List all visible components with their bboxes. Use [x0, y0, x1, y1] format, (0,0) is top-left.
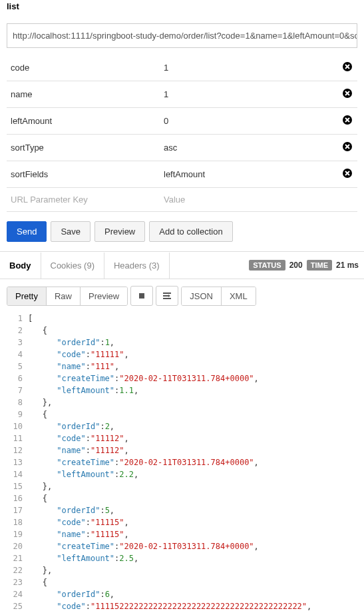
- url-input[interactable]: http://localhost:1111/springboot-study-d…: [7, 23, 357, 48]
- format-xml[interactable]: XML: [222, 287, 256, 305]
- send-button[interactable]: Send: [7, 221, 47, 242]
- param-value-placeholder[interactable]: Value: [160, 188, 337, 212]
- param-key-placeholder[interactable]: URL Parameter Key: [7, 188, 160, 212]
- param-row: sortFields leftAmount: [7, 161, 357, 188]
- view-raw[interactable]: Raw: [47, 287, 81, 305]
- add-to-collection-button[interactable]: Add to collection: [149, 221, 232, 242]
- param-row: code 1: [7, 55, 357, 81]
- param-value[interactable]: leftAmount: [160, 161, 337, 188]
- save-button[interactable]: Save: [51, 221, 91, 242]
- copy-icon[interactable]: [130, 286, 153, 306]
- view-pretty[interactable]: Pretty: [7, 287, 47, 305]
- param-key[interactable]: code: [7, 55, 160, 81]
- param-value[interactable]: 0: [160, 108, 337, 135]
- tab-headers[interactable]: Headers (3): [104, 253, 170, 279]
- param-row: sortType asc: [7, 135, 357, 161]
- tab-cookies[interactable]: Cookies (9): [41, 253, 104, 279]
- delete-param-icon[interactable]: [342, 61, 353, 72]
- delete-param-icon[interactable]: [342, 88, 353, 99]
- action-buttons: Send Save Preview Add to collection: [7, 212, 357, 251]
- status-label: STATUS: [249, 260, 285, 271]
- param-key[interactable]: sortType: [7, 135, 160, 161]
- status-code: 200: [289, 261, 303, 270]
- delete-param-icon[interactable]: [342, 141, 353, 152]
- view-mode-bar: Pretty Raw Preview JSON XML: [0, 279, 364, 312]
- param-row: name 1: [7, 81, 357, 108]
- format-json[interactable]: JSON: [182, 287, 222, 305]
- response-body-viewer[interactable]: 1234567891011121314151617181920212223242…: [0, 312, 364, 613]
- param-row-new: URL Parameter Key Value: [7, 188, 357, 212]
- delete-param-icon[interactable]: [342, 168, 353, 179]
- param-key[interactable]: name: [7, 81, 160, 108]
- param-value[interactable]: asc: [160, 135, 337, 161]
- time-value: 21 ms: [336, 261, 359, 270]
- param-key[interactable]: sortFields: [7, 161, 160, 188]
- request-name: list: [7, 0, 357, 17]
- view-preview[interactable]: Preview: [81, 287, 127, 305]
- svg-rect-5: [139, 293, 144, 299]
- preview-button[interactable]: Preview: [94, 221, 145, 242]
- param-key[interactable]: leftAmount: [7, 108, 160, 135]
- param-value[interactable]: 1: [160, 55, 337, 81]
- param-value[interactable]: 1: [160, 81, 337, 108]
- response-tabs: Body Cookies (9) Headers (3) STATUS 200 …: [0, 251, 364, 279]
- tab-body[interactable]: Body: [0, 253, 41, 279]
- wrap-icon[interactable]: [156, 286, 178, 306]
- time-label: TIME: [307, 260, 332, 271]
- param-row: leftAmount 0: [7, 108, 357, 135]
- delete-param-icon[interactable]: [342, 115, 353, 125]
- params-table: code 1 name 1 leftAmount 0 sortType asc …: [7, 55, 357, 212]
